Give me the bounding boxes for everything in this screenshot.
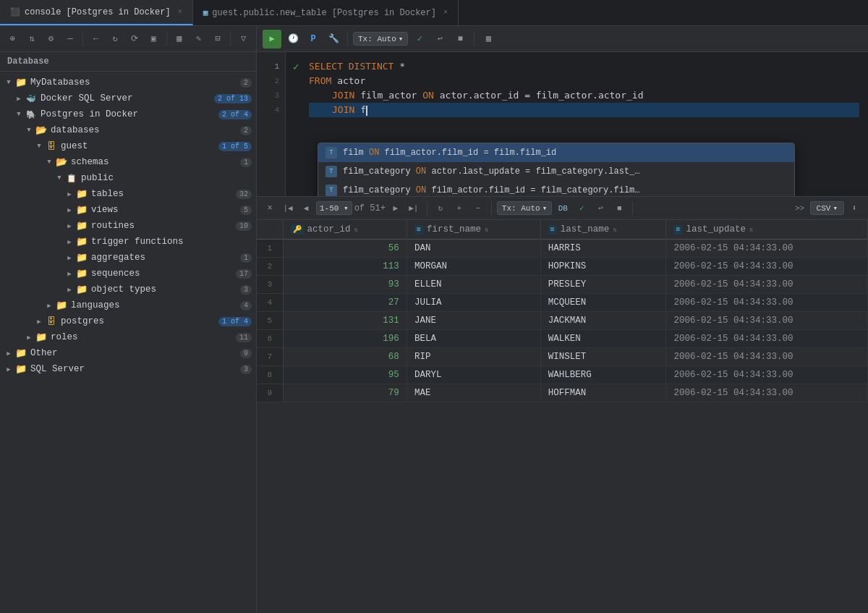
remove-row-button[interactable]: − xyxy=(470,200,486,216)
view-button[interactable]: ▣ xyxy=(145,30,162,48)
back-button[interactable]: ← xyxy=(88,30,104,48)
cell-last-update: 2006-02-15 04:34:33.00 xyxy=(666,294,868,312)
tree-item-other[interactable]: 📁 Other 9 xyxy=(0,345,256,361)
nav-next-button[interactable]: ▶ xyxy=(388,200,404,216)
check-button[interactable]: ✓ xyxy=(411,30,428,48)
pin-button[interactable]: P xyxy=(305,30,322,48)
tree-item-public[interactable]: 📋 public xyxy=(0,170,256,186)
tab-console[interactable]: ⬛ console [Postgres in Docker] × xyxy=(0,0,193,25)
table-tab-label: guest.public.new_table [Postgres in Dock… xyxy=(212,8,436,18)
tx-auto-select[interactable]: Tx: Auto ▾ xyxy=(353,32,408,46)
arrow-docker-sql xyxy=(14,94,23,103)
results-more-button[interactable]: >> xyxy=(792,200,808,216)
results-tx-select[interactable]: Tx: Auto ▾ xyxy=(497,201,552,215)
page-range-select[interactable]: 1-50 ▾ xyxy=(316,201,352,215)
table-row[interactable]: 2113MORGANHOPKINS2006-02-15 04:34:33.00 xyxy=(257,258,868,276)
filter-button2[interactable]: ⇅ xyxy=(24,30,41,48)
console-tab-close[interactable]: × xyxy=(178,8,182,16)
grid-button[interactable]: ▦ xyxy=(480,30,497,48)
wrench-button[interactable]: 🔧 xyxy=(325,30,342,48)
undo-button[interactable]: ↩ xyxy=(431,30,448,48)
csv-export-button[interactable]: CSV ▾ xyxy=(810,201,844,215)
table-row[interactable]: 5131JANEJACKMAN2006-02-15 04:34:33.00 xyxy=(257,312,868,330)
run-button[interactable]: ▶ xyxy=(263,30,281,48)
actor-id-sort-icon[interactable]: ⇅ xyxy=(354,226,358,234)
results-check-button[interactable]: ✓ xyxy=(574,200,590,216)
arrow-roles xyxy=(25,333,33,342)
refresh-results-button[interactable]: ↻ xyxy=(433,200,448,216)
folder-icon-other: 📁 xyxy=(15,347,27,359)
add-connection-button[interactable]: ⊕ xyxy=(4,30,21,48)
results-table-container[interactable]: 🔑 actor_id ⇅ ≡ first_name ⇅ xyxy=(257,220,868,613)
table-view-button[interactable]: ▦ xyxy=(171,30,188,48)
download-button[interactable]: ⬇ xyxy=(846,200,862,216)
arrow-sequences xyxy=(65,269,74,278)
table-row[interactable]: 156DANHARRIS2006-02-15 04:34:33.00 xyxy=(257,240,868,258)
left-toolbar: ⊕ ⇅ ⚙ — ← ↻ ⟳ ▣ ▦ ✎ ⊟ ▽ xyxy=(0,26,256,52)
tree-item-mydatabases[interactable]: 📁 MyDatabases 2 xyxy=(0,75,256,90)
tree-item-schemas[interactable]: 📂 schemas 1 xyxy=(0,154,256,170)
last-update-col-label: last_update xyxy=(686,224,746,234)
table-row[interactable]: 393ELLENPRESLEY2006-02-15 04:34:33.00 xyxy=(257,276,868,294)
cell-row-num: 6 xyxy=(257,330,283,348)
page-total: of 51+ xyxy=(354,203,386,214)
tree-item-sequences[interactable]: 📁 sequences 17 xyxy=(0,266,256,282)
filter-button[interactable]: ▽ xyxy=(235,30,252,48)
settings-button[interactable]: ⚙ xyxy=(43,30,59,48)
tree-item-object-types[interactable]: 📁 object types 3 xyxy=(0,282,256,297)
tree-item-docker-sql[interactable]: 🐳 Docker SQL Server 2 of 13 xyxy=(0,90,256,106)
last-name-col-icon: ≡ xyxy=(548,225,557,234)
nav-first-button[interactable]: |◀ xyxy=(280,200,296,216)
last-name-sort-icon[interactable]: ⇅ xyxy=(613,226,616,234)
nav-last-button[interactable]: ▶| xyxy=(406,200,422,216)
edit2-button[interactable]: ⊟ xyxy=(210,30,226,48)
ac-item-3[interactable]: T film_category ON film_actor.film_id = … xyxy=(318,181,794,197)
cell-row-num: 1 xyxy=(257,240,283,258)
tree-item-databases[interactable]: 📂 databases 2 xyxy=(0,122,256,138)
refresh-button[interactable]: ↻ xyxy=(107,30,124,48)
close-results-button[interactable]: × xyxy=(263,201,277,216)
tree-item-aggregates[interactable]: 📁 aggregates 1 xyxy=(0,250,256,266)
tree-item-views[interactable]: 📁 views 5 xyxy=(0,202,256,218)
th-first-name[interactable]: ≡ first_name ⇅ xyxy=(407,220,540,240)
tab-bar: ⬛ console [Postgres in Docker] × ▦ guest… xyxy=(0,0,868,26)
last-update-sort-icon[interactable]: ⇅ xyxy=(749,226,753,234)
cell-last-update: 2006-02-15 04:34:33.00 xyxy=(666,240,868,258)
tree-item-languages[interactable]: 📁 languages 4 xyxy=(0,297,256,313)
cell-first-name: DAN xyxy=(407,240,540,258)
ac-item-2[interactable]: T film_category ON actor.last_update = f… xyxy=(318,162,794,181)
table-tab-close[interactable]: × xyxy=(443,9,448,17)
stop-button[interactable]: ■ xyxy=(451,30,469,48)
minus-button[interactable]: — xyxy=(62,30,79,48)
left-panel: ⊕ ⇅ ⚙ — ← ↻ ⟳ ▣ ▦ ✎ ⊟ ▽ Database 📁 xyxy=(0,26,257,613)
tree-item-tables[interactable]: 📁 tables 32 xyxy=(0,186,256,202)
th-last-name[interactable]: ≡ last_name ⇅ xyxy=(540,220,666,240)
results-undo-button[interactable]: ↩ xyxy=(592,200,608,216)
ac-item-1[interactable]: T film ON film_actor.film_id = film.film… xyxy=(318,143,794,162)
first-name-sort-icon[interactable]: ⇅ xyxy=(485,226,488,234)
tree-item-routines[interactable]: 📁 routines 10 xyxy=(0,218,256,234)
tree-item-postgres-docker[interactable]: 🐘 Postgres in Docker 2 of 4 xyxy=(0,106,256,122)
table-row[interactable]: 768RIPWINSLET2006-02-15 04:34:33.00 xyxy=(257,348,868,366)
nav-prev-button[interactable]: ◀ xyxy=(298,200,314,216)
add-row-button[interactable]: + xyxy=(451,200,467,216)
table-row[interactable]: 427JULIAMCQUEEN2006-02-15 04:34:33.00 xyxy=(257,294,868,312)
history-button[interactable]: 🕐 xyxy=(284,30,302,48)
table-row[interactable]: 895DARYLWAHLBERG2006-02-15 04:34:33.00 xyxy=(257,366,868,384)
results-stop-button[interactable]: ■ xyxy=(611,200,627,216)
refresh2-button[interactable]: ⟳ xyxy=(127,30,143,48)
tree-item-postgres[interactable]: 🗄 postgres 1 of 4 xyxy=(0,313,256,329)
folder-icon-views: 📁 xyxy=(76,204,88,216)
tree-item-guest[interactable]: 🗄 guest 1 of 5 xyxy=(0,138,256,154)
tree-item-trigger-functions[interactable]: 📁 trigger functions xyxy=(0,234,256,250)
tab-guest-table[interactable]: ▦ guest.public.new_table [Postgres in Do… xyxy=(193,0,459,25)
table-row[interactable]: 6196BELAWALKEN2006-02-15 04:34:33.00 xyxy=(257,330,868,348)
table-film-actor: film_actor xyxy=(360,88,417,103)
edit-button[interactable]: ✎ xyxy=(190,30,207,48)
tree-item-sql-server[interactable]: 📁 SQL Server 3 xyxy=(0,361,256,377)
table-row[interactable]: 979MAEHOFFMAN2006-02-15 04:34:33.00 xyxy=(257,384,868,402)
th-last-update[interactable]: ≡ last_update ⇅ xyxy=(666,220,868,240)
sql-editor[interactable]: 1 2 3 4 ✓ SELECT DISTINCT * FROM actor J… xyxy=(257,52,868,197)
th-actor-id[interactable]: 🔑 actor_id ⇅ xyxy=(283,220,407,240)
tree-item-roles[interactable]: 📁 roles 11 xyxy=(0,329,256,345)
